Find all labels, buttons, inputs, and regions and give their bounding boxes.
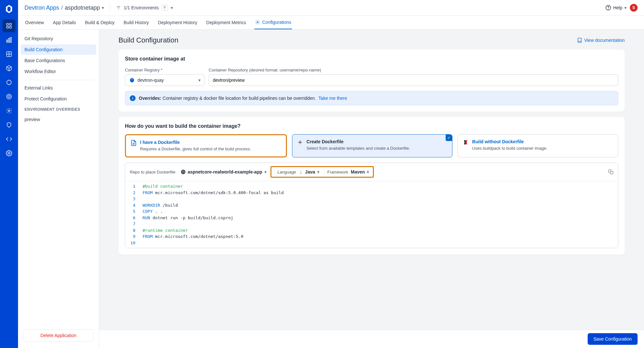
chevron-down-icon: ▾ — [264, 169, 267, 174]
svg-rect-6 — [10, 38, 11, 42]
gear-icon — [255, 20, 260, 25]
lang-select[interactable]: Java ▾ — [297, 169, 320, 175]
rail-charts-icon[interactable] — [3, 33, 15, 46]
svg-rect-1 — [10, 24, 12, 25]
buildpack-icon — [462, 139, 469, 153]
option-desc: Uses buildpack to build container image. — [472, 146, 547, 151]
option-title: Build without Dockerfile — [472, 139, 547, 144]
help-button[interactable]: Help ▾ — [605, 5, 627, 11]
build-question: How do you want to build the container i… — [125, 123, 618, 129]
delete-application-button[interactable]: Delete Application — [23, 329, 94, 342]
env-filter[interactable]: 1/1 Environments F ▾ — [116, 5, 173, 11]
java-icon — [298, 170, 303, 174]
chevron-down-icon: ▾ — [317, 169, 319, 174]
svg-point-12 — [8, 96, 10, 98]
chevron-down-icon: ▾ — [198, 78, 201, 83]
editor-gutter: 12345678910 — [125, 181, 139, 248]
svg-point-11 — [7, 94, 12, 99]
rail-shield-icon[interactable] — [3, 118, 15, 131]
rail-settings-gear-icon[interactable] — [3, 104, 15, 117]
breadcrumb-current: aspdotnetapp — [65, 5, 100, 11]
file-icon — [130, 140, 137, 152]
env-filter-chevron-icon[interactable]: ▾ — [171, 5, 173, 10]
svg-rect-3 — [10, 26, 12, 28]
fw-value: Maven — [351, 169, 365, 174]
help-icon — [605, 5, 611, 11]
documentation-link[interactable]: View documentation — [577, 38, 625, 43]
divider — [110, 4, 110, 12]
tab-app-details[interactable]: App Details — [52, 16, 77, 29]
rail-gear-icon[interactable] — [3, 147, 15, 160]
save-button[interactable]: Save Configuration — [588, 333, 638, 345]
store-heading: Store container image at — [125, 56, 618, 62]
banner-link[interactable]: Take me there — [318, 96, 347, 101]
svg-rect-0 — [7, 24, 9, 25]
fw-label: Framework — [327, 170, 348, 174]
sidebar-item-protect[interactable]: Protect Configuration — [21, 94, 96, 104]
option-desc: Requires a Dockerfile, gives full contro… — [140, 146, 251, 152]
tab-deployment-history[interactable]: Deployment History — [157, 16, 198, 29]
rail-apps-icon[interactable] — [3, 19, 15, 32]
sidebar-item-external-links[interactable]: External Links — [21, 83, 96, 93]
devtron-logo[interactable] — [3, 3, 15, 15]
topbar: Devtron Apps / aspdotnetapp ▾ 1/1 Enviro… — [18, 0, 644, 16]
rail-code-icon[interactable] — [3, 133, 15, 146]
tab-configurations[interactable]: Configurations — [254, 16, 292, 29]
footer: Save Configuration — [99, 330, 644, 348]
option-buildpack[interactable]: Build without Dockerfile Uses buildpack … — [458, 134, 618, 157]
breadcrumb-chevron-icon[interactable]: ▾ — [102, 5, 104, 10]
chevron-down-icon: ▾ — [367, 169, 369, 174]
repo-input[interactable] — [209, 74, 618, 86]
tab-build-deploy[interactable]: Build & Deploy — [84, 16, 115, 29]
dockerfile-editor: Repo to place Dockerfile aspnetcore-real… — [125, 163, 618, 248]
avatar[interactable]: S — [630, 4, 638, 12]
copy-button[interactable] — [608, 169, 613, 174]
breadcrumb-root[interactable]: Devtron Apps — [24, 5, 59, 11]
left-rail — [0, 0, 18, 348]
svg-point-20 — [257, 22, 258, 23]
documentation-link-label: View documentation — [584, 38, 625, 43]
page-title: Build Configuration — [118, 36, 178, 44]
build-method-card: How do you want to build the container i… — [118, 117, 625, 255]
sidebar-item-workflow[interactable]: Workflow Editor — [21, 66, 96, 77]
lang-value: Java — [305, 169, 315, 174]
option-create-dockerfile[interactable]: ✓ Create Dockerfile Select from availabl… — [292, 134, 453, 157]
repo-value: aspnetcore-realworld-example-app — [188, 169, 262, 174]
sidebar: Git Repository Build Configuration Base … — [18, 30, 99, 348]
help-chevron-icon: ▾ — [624, 5, 627, 10]
tab-overview[interactable]: Overview — [24, 16, 44, 29]
rail-package-icon[interactable] — [3, 62, 15, 75]
env-filter-text: 1/1 Environments — [124, 5, 159, 10]
tab-configurations-label: Configurations — [262, 20, 291, 25]
option-desc: Select from available templates and crea… — [307, 146, 410, 151]
rail-target-icon[interactable] — [3, 90, 15, 103]
sidebar-item-build-config[interactable]: Build Configuration — [21, 44, 96, 55]
registry-label: Container Registry * — [125, 68, 205, 72]
svg-point-19 — [608, 9, 609, 9]
registry-select[interactable]: devtron-quay ▾ — [125, 74, 205, 86]
breadcrumb: Devtron Apps / aspdotnetapp ▾ — [24, 5, 104, 11]
option-title: I have a Dockerfile — [140, 140, 251, 145]
rail-grid-icon[interactable] — [3, 48, 15, 61]
option-have-dockerfile[interactable]: I have a Dockerfile Requires a Dockerfil… — [125, 134, 287, 157]
help-label: Help — [613, 5, 622, 10]
fw-select[interactable]: Maven ▾ — [350, 169, 371, 175]
book-icon — [577, 38, 582, 43]
tab-build-history[interactable]: Build History — [123, 16, 150, 29]
repo-place-label: Repo to place Dockerfile — [130, 170, 175, 174]
svg-point-25 — [181, 170, 185, 174]
editor-code[interactable]: #build containerFROM mcr.microsoft.com/d… — [139, 181, 288, 248]
store-image-card: Store container image at Container Regis… — [118, 50, 625, 112]
rail-box-icon[interactable] — [3, 76, 15, 89]
svg-rect-26 — [610, 171, 613, 174]
check-icon: ✓ — [446, 135, 452, 141]
repo-select[interactable]: aspnetcore-realworld-example-app ▾ — [179, 169, 268, 175]
tab-deployment-metrics[interactable]: Deployment Metrics — [206, 16, 247, 29]
banner-text: Container registry & docker file locatio… — [163, 96, 316, 101]
tabs: Overview App Details Build & Deploy Buil… — [18, 16, 644, 30]
sidebar-item-base-config[interactable]: Base Configurations — [21, 55, 96, 66]
sidebar-item-git[interactable]: Git Repository — [21, 33, 96, 44]
sidebar-item-preview[interactable]: preview — [21, 114, 96, 125]
registry-icon — [129, 77, 135, 83]
env-filter-shortcut: F — [161, 5, 168, 11]
